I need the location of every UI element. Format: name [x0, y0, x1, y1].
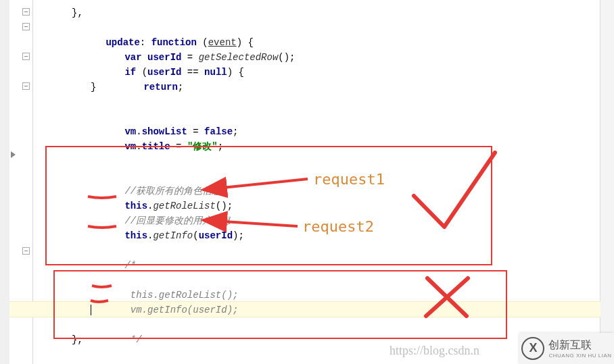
logo-text: 创新互联 — [548, 338, 611, 353]
editor-ruler — [0, 0, 10, 364]
code-line: }, — [32, 5, 600, 20]
watermark-logo: 创新互联 CHUANG XIN HU LIAN — [519, 333, 614, 364]
fold-marker-icon[interactable] — [22, 82, 30, 90]
code-line: //回显要修改的用户信息 — [32, 199, 600, 213]
code-line: this.getRoleList(); — [32, 273, 600, 288]
vertical-scrollbar[interactable] — [600, 0, 614, 364]
code-line: return; — [32, 65, 600, 80]
code-line: vm.showList = false; — [32, 109, 600, 124]
code-line: var userId = getSelectedRow(); — [32, 35, 600, 50]
logo-cx-icon — [521, 337, 544, 360]
fold-marker-icon[interactable] — [22, 247, 30, 255]
code-line: */ — [32, 317, 600, 332]
editor-viewport: }, update: function (event) { var userId… — [0, 0, 614, 364]
code-area[interactable]: }, update: function (event) { var userId… — [32, 0, 600, 364]
code-line: vm.title = "修改"; — [32, 124, 600, 139]
code-line: if (userId == null) { — [32, 50, 600, 65]
logo-subtext: CHUANG XIN HU LIAN — [548, 353, 611, 359]
code-line — [32, 303, 600, 317]
code-line: } — [32, 80, 600, 95]
text-caret — [91, 305, 91, 315]
fold-marker-icon[interactable] — [22, 8, 30, 16]
code-line: this.getRoleList(); — [32, 184, 600, 199]
fold-marker-icon[interactable] — [22, 23, 30, 30]
code-line: /* — [32, 243, 600, 258]
code-line: update: function (event) { — [32, 20, 600, 35]
code-line: }, — [32, 332, 600, 347]
code-line: this.getInfo(userId); — [32, 213, 600, 228]
code-line: //获取所有的角色信息 — [32, 169, 600, 184]
watermark-url: https://blog.csdn.n — [389, 344, 479, 358]
code-line: vm.getInfo(userId); — [32, 288, 600, 303]
breakpoint-gutter-icon[interactable] — [11, 151, 16, 158]
fold-marker-icon[interactable] — [22, 53, 30, 60]
